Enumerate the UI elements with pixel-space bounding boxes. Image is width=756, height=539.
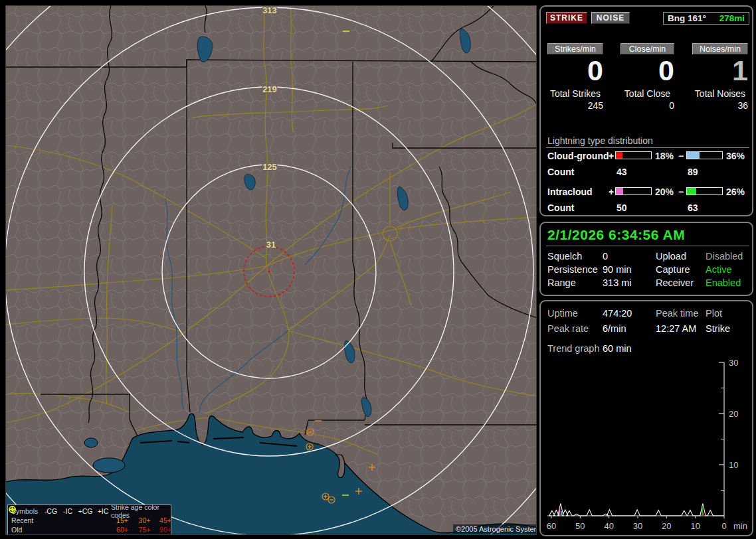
capture-label: Capture [656, 264, 690, 275]
total-noises-value: 36 [692, 100, 748, 111]
ic-positive-bar [615, 187, 652, 195]
cg-count-label: Count [547, 167, 574, 177]
trend-panel: Uptime 474:20 Peak time Plot Peak rate 6… [539, 300, 753, 536]
cloud-ground-label: Cloud-ground [547, 151, 609, 161]
lightning-tracker-app: { "colors": { "accent_green": "#2ae52a",… [0, 0, 756, 539]
noises-per-min-chip: Noises/min [692, 43, 748, 54]
strike-map[interactable]: 31321912531 ©2005 Astrogenic Systems Sym… [5, 5, 537, 535]
capture-status: Active [706, 264, 732, 275]
peak-rate-label: Peak rate [547, 323, 589, 334]
ring-label-219: 219 [262, 84, 277, 94]
uptime-value: 474:20 [603, 308, 632, 319]
status-panel: 2/1/2026 6:34:56 AM Squelch 0 Upload Dis… [539, 222, 753, 296]
total-strikes-label: Total Strikes [545, 88, 606, 99]
legend-age-15+: 15+ [111, 516, 134, 524]
intracloud-label: Intracloud [547, 187, 593, 197]
cg-positive-pct: 18% [655, 151, 674, 161]
peak-time-value: 12:27 AM [656, 323, 696, 334]
distribution-title: Lightning type distribution [547, 135, 653, 146]
minus-sign: − [678, 187, 684, 197]
ic-negative-bar [686, 187, 723, 195]
trend-graph-label: Trend graph [547, 343, 599, 354]
squelch-value: 0 [603, 251, 608, 262]
datetime-display: 2/1/2026 6:34:56 AM [547, 227, 685, 243]
close-per-min-chip: Close/min [620, 43, 674, 54]
trend-line [549, 504, 724, 516]
strikes-per-min-chip: Strikes/min [547, 43, 603, 54]
range-value: 313 mi [603, 277, 632, 288]
counters-panel: STRIKE NOISE Bng 161° 278mi Strikes/min … [539, 5, 753, 216]
legend-age-30+: 30+ [134, 516, 155, 524]
strikes-per-min-value: 0 [547, 56, 603, 85]
ring-label-313: 313 [262, 6, 277, 15]
total-strikes-value: 245 [547, 100, 603, 111]
trend-graph: 1020306050403020100min [542, 356, 753, 534]
station-center [268, 270, 270, 273]
legend-col-+IC: +IC [95, 507, 111, 515]
ic-positive-pct: 20% [655, 187, 674, 197]
persistence-value: 90 min [603, 264, 632, 275]
trend-window-value: 60 min [603, 343, 632, 354]
svg-text:10: 10 [729, 460, 738, 470]
noises-per-min-value: 1 [692, 56, 748, 85]
plus-sign: + [609, 187, 614, 197]
svg-text:20: 20 [729, 409, 738, 419]
datetime-divider [546, 246, 749, 246]
total-close-value: 0 [620, 100, 674, 111]
ic-positive-count: 50 [616, 202, 627, 213]
legend-col-+CG: +CG [76, 507, 95, 515]
total-noises-label: Total Noises [690, 88, 751, 99]
upload-status: Disabled [706, 251, 743, 262]
svg-text:0: 0 [721, 521, 726, 531]
legend-age-90+: 90+ [155, 526, 175, 534]
uptime-label: Uptime [547, 308, 578, 319]
legend-col--CG: -CG [42, 507, 60, 515]
close-per-min-value: 0 [620, 56, 674, 85]
svg-text:30: 30 [729, 358, 738, 368]
svg-text:20: 20 [662, 521, 671, 531]
legend-col--IC: -IC [60, 507, 76, 515]
bearing-readout: Bng 161° 278mi [663, 12, 749, 25]
cg-negative-count: 89 [688, 167, 698, 177]
legend-age-75+: 75+ [134, 526, 155, 534]
cg-positive-bar [615, 151, 652, 159]
plus-sign: + [609, 151, 614, 161]
ring-label-125: 125 [262, 162, 277, 172]
strike-legend: Symbols-CG-IC+CG+ICStrike age color code… [7, 504, 171, 535]
cg-negative-pct: 36% [726, 151, 745, 161]
svg-text:10: 10 [690, 521, 700, 531]
svg-text:60: 60 [547, 521, 556, 531]
svg-text:30: 30 [633, 521, 642, 531]
receiver-status: Enabled [706, 277, 741, 288]
distribution-divider [546, 147, 749, 148]
noise-mode-button[interactable]: NOISE [591, 12, 630, 24]
peak-rate-value: 6/min [603, 323, 626, 334]
receiver-label: Receiver [656, 277, 694, 288]
legend-age-45+: 45+ [155, 516, 175, 524]
plot-label: Plot [706, 308, 722, 319]
svg-text:50: 50 [575, 521, 585, 531]
strike-mode-button[interactable]: STRIKE [546, 12, 587, 24]
total-close-label: Total Close [618, 88, 677, 99]
minus-sign: − [678, 151, 684, 161]
svg-text:min: min [733, 521, 747, 531]
ic-negative-count: 63 [688, 202, 698, 213]
squelch-label: Squelch [547, 251, 582, 262]
bearing-label: Bng 161° [668, 13, 706, 23]
ic-negative-pct: 26% [726, 187, 745, 197]
copyright-text: ©2005 Astrogenic Systems [453, 524, 537, 534]
ic-count-label: Count [547, 202, 574, 213]
cg-positive-count: 43 [616, 167, 627, 177]
range-label: Range [547, 277, 576, 288]
plot-mode-value: Strike [706, 323, 730, 334]
persistence-label: Persistence [547, 264, 598, 275]
ring-label-31: 31 [266, 240, 276, 250]
legend-age-60+: 60+ [111, 526, 134, 534]
map-canvas: 31321912531 [6, 6, 537, 535]
cg-negative-bar [686, 151, 723, 159]
legend-row-label: Old [11, 526, 42, 534]
peak-time-label: Peak time [656, 308, 698, 319]
legend-row-label: Recent [11, 516, 42, 524]
bearing-range: 278mi [719, 13, 745, 23]
svg-text:40: 40 [604, 521, 613, 531]
